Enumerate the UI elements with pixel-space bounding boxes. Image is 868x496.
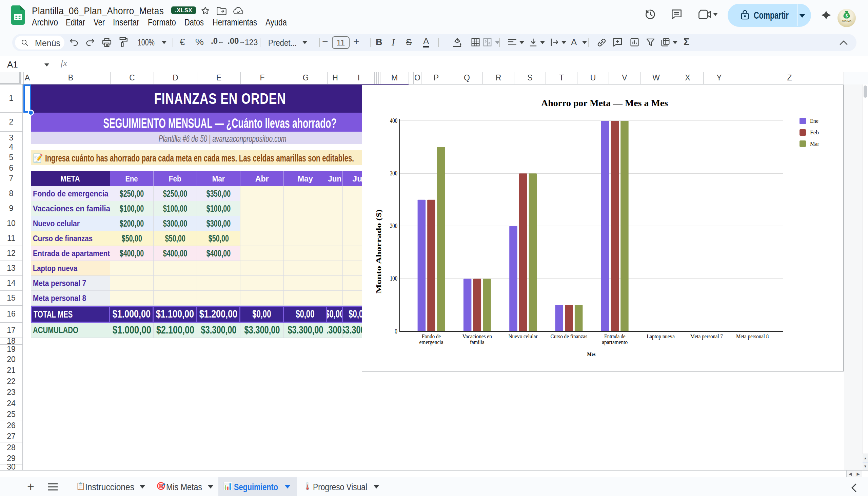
svg-text:Ahorro por Meta — Mes a Mes: Ahorro por Meta — Mes a Mes [541,98,668,108]
svg-text:Mes: Mes [587,352,596,357]
svg-text:Laptop nueva: Laptop nueva [647,333,675,340]
svg-text:Meta personal 8: Meta personal 8 [736,333,769,340]
svg-text:200: 200 [390,222,397,229]
svg-text:Monto Ahorrado ($): Monto Ahorrado ($) [375,209,383,293]
svg-text:apartamento: apartamento [602,339,628,345]
svg-text:300: 300 [390,170,397,177]
svg-text:Nuevo celular: Nuevo celular [509,333,538,340]
svg-text:emergencia: emergencia [419,339,444,345]
svg-text:familia: familia [470,339,484,345]
svg-text:Ene: Ene [810,118,819,124]
svg-text:Mar: Mar [810,140,819,147]
svg-text:100: 100 [390,275,397,282]
svg-text:Curso de finanzas: Curso de finanzas [551,333,588,340]
svg-text:400: 400 [390,118,397,124]
svg-text:$: $ [846,14,848,18]
svg-text:Meta personal 7: Meta personal 7 [690,333,723,340]
svg-text:0: 0 [395,328,397,335]
svg-text:Feb: Feb [810,129,819,136]
